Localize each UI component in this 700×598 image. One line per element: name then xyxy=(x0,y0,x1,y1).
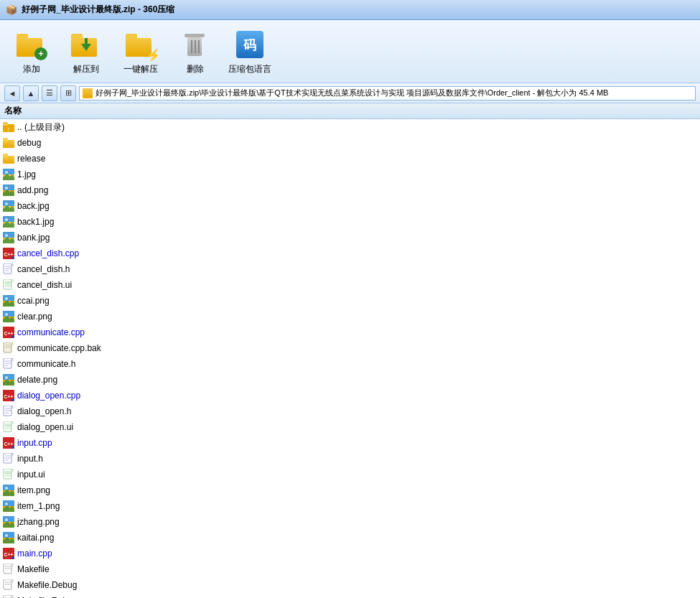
file-name: jzhang.png xyxy=(17,517,60,527)
oneclick-extract-button[interactable]: ⚡ 一键解压 xyxy=(115,24,167,79)
delete-button[interactable]: 删除 xyxy=(169,24,221,79)
file-type-icon xyxy=(3,184,14,196)
file-name: input.cpp xyxy=(17,438,52,448)
file-name: communicate.cpp.bak xyxy=(17,343,101,353)
list-item[interactable]: add.png xyxy=(0,182,700,198)
list-item[interactable]: input.ui xyxy=(0,467,700,482)
list-item[interactable]: dialog_open.h xyxy=(0,403,700,419)
svg-point-49 xyxy=(11,256,14,259)
list-item[interactable]: cancel_dish.ui xyxy=(0,277,700,293)
svg-point-83 xyxy=(11,398,14,401)
svg-text:码: 码 xyxy=(243,38,256,52)
file-type-icon xyxy=(3,421,14,433)
toolbar: + 添加 xyxy=(0,20,700,83)
list-item[interactable]: jzhang.png xyxy=(0,514,700,530)
file-name: communicate.cpp xyxy=(17,327,85,337)
file-type-icon: C++ xyxy=(3,437,14,449)
add-label: 添加 xyxy=(23,63,40,75)
file-name: bank.jpg xyxy=(17,233,50,243)
file-name: back.jpg xyxy=(17,201,50,211)
add-button[interactable]: + 添加 xyxy=(6,24,57,79)
column-header: 名称 xyxy=(0,103,700,119)
svg-text:⚡: ⚡ xyxy=(146,47,157,61)
address-path[interactable]: 好例子网_毕业设计最终版.zip\毕业设计最终版\基于QT技术实现无线点菜系统设… xyxy=(79,86,696,101)
list-item[interactable]: Makefile xyxy=(0,561,700,577)
list-item[interactable]: C++ dialog_open.cpp xyxy=(0,388,700,403)
svg-rect-23 xyxy=(3,138,8,141)
list-item[interactable]: C++ main.cpp xyxy=(0,546,700,561)
file-type-icon xyxy=(3,469,14,480)
file-name: input.h xyxy=(17,454,43,464)
file-name: 1.jpg xyxy=(17,169,36,179)
file-type-icon xyxy=(3,595,14,598)
oneclick-icon: ⚡ xyxy=(123,28,158,61)
file-type-icon xyxy=(3,342,14,354)
list-item[interactable]: clear.png xyxy=(0,309,700,324)
list-item[interactable]: dialog_open.ui xyxy=(0,419,700,435)
list-item[interactable]: back1.jpg xyxy=(0,214,700,230)
title-bar: 📦 好例子网_毕业设计最终版.zip - 360压缩 xyxy=(0,0,700,20)
file-type-icon: C++ xyxy=(3,248,14,259)
address-bar: ◄ ▲ ☰ ⊞ 好例子网_毕业设计最终版.zip\毕业设计最终版\基于QT技术实… xyxy=(0,83,700,103)
svg-point-67 xyxy=(3,327,6,330)
file-type-icon xyxy=(3,200,14,212)
delete-icon xyxy=(178,28,213,61)
compress-lang-button[interactable]: 码 压缩包语言 xyxy=(224,24,276,79)
list-item[interactable]: debug xyxy=(0,135,700,151)
file-name: debug xyxy=(17,138,41,148)
list-view-button[interactable]: ☰ xyxy=(42,85,57,101)
file-type-icon xyxy=(3,406,14,417)
compress-lang-icon: 码 xyxy=(233,28,267,61)
file-name: release xyxy=(17,154,45,164)
file-name: ccai.png xyxy=(17,296,50,306)
file-name: cancel_dish.h xyxy=(17,264,70,274)
svg-rect-25 xyxy=(3,154,8,157)
list-item[interactable]: item.png xyxy=(0,482,700,498)
list-item[interactable]: C++ communicate.cpp xyxy=(0,324,700,340)
file-type-icon xyxy=(3,358,14,370)
file-type-icon xyxy=(3,169,14,180)
file-name: Makefile.Debug xyxy=(17,580,77,590)
list-item[interactable]: back.jpg xyxy=(0,198,700,214)
up-button[interactable]: ▲ xyxy=(23,85,39,101)
list-item[interactable]: Makefile.Debug xyxy=(0,577,700,593)
svg-rect-10 xyxy=(126,34,137,39)
file-type-icon xyxy=(3,279,14,291)
list-item[interactable]: delate.png xyxy=(0,372,700,388)
svg-rect-12 xyxy=(185,34,205,37)
list-item[interactable]: cancel_dish.h xyxy=(0,261,700,277)
list-item[interactable]: communicate.h xyxy=(0,356,700,372)
file-type-icon xyxy=(3,137,14,149)
svg-rect-100 xyxy=(5,471,11,475)
file-list[interactable]: ↑ .. (上级目录) debug release xyxy=(0,119,700,598)
file-name: main.cpp xyxy=(17,548,52,559)
list-item[interactable]: communicate.cpp.bak xyxy=(0,340,700,356)
svg-point-36 xyxy=(5,202,8,205)
svg-text:C++: C++ xyxy=(4,252,13,257)
list-item[interactable]: 1.jpg xyxy=(0,167,700,182)
svg-rect-8 xyxy=(85,38,88,45)
svg-point-28 xyxy=(5,171,8,174)
list-item[interactable]: release xyxy=(0,151,700,167)
svg-point-112 xyxy=(5,518,8,521)
list-item[interactable]: input.h xyxy=(0,451,700,467)
detail-view-button[interactable]: ⊞ xyxy=(60,85,76,101)
file-type-icon xyxy=(3,500,14,512)
list-item[interactable]: C++ cancel_dish.cpp xyxy=(0,246,700,261)
back-button[interactable]: ◄ xyxy=(4,85,20,101)
list-item[interactable]: item_1.png xyxy=(0,498,700,514)
list-item[interactable]: Makefile.Release xyxy=(0,593,700,598)
file-type-icon xyxy=(3,485,14,496)
file-type-icon: C++ xyxy=(3,390,14,401)
list-item[interactable]: ↑ .. (上级目录) xyxy=(0,119,700,135)
extract-button[interactable]: 解压到 xyxy=(60,24,112,79)
file-name: cancel_dish.ui xyxy=(17,280,72,290)
list-item[interactable]: kaitai.png xyxy=(0,530,700,546)
list-item[interactable]: bank.jpg xyxy=(0,230,700,246)
list-item[interactable]: ccai.png xyxy=(0,293,700,309)
svg-point-48 xyxy=(3,248,6,251)
delete-label: 删除 xyxy=(187,63,204,75)
list-item[interactable]: C++ input.cpp xyxy=(0,435,700,451)
svg-point-59 xyxy=(5,297,8,300)
svg-point-104 xyxy=(5,487,8,490)
